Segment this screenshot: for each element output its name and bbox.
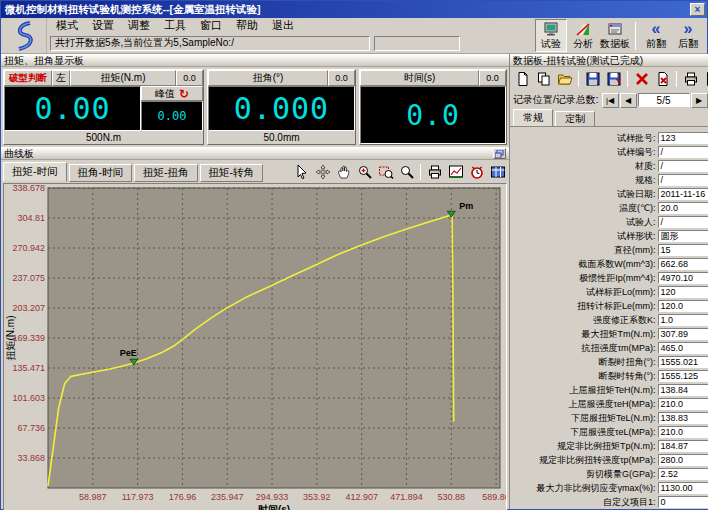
move-icon[interactable] bbox=[314, 164, 331, 181]
zoom-in-icon[interactable] bbox=[356, 164, 373, 181]
chart-settings-icon[interactable] bbox=[447, 164, 464, 181]
curve-panel-title: 曲线板 bbox=[4, 147, 493, 161]
field-input[interactable]: 123 bbox=[658, 132, 708, 144]
svg-text:PeE: PeE bbox=[120, 348, 137, 358]
data-tab-常规[interactable]: 常规 bbox=[513, 109, 553, 126]
timer-icon[interactable] bbox=[468, 164, 485, 181]
field-row: 试样编号:/ bbox=[510, 145, 708, 159]
curve-tab-扭矩-时间[interactable]: 扭矩-时间 bbox=[3, 162, 67, 182]
time-small-value: 0.0 bbox=[479, 70, 506, 86]
status-box-secondary bbox=[374, 36, 460, 51]
field-label: 极惯性距Ip(mm^4): bbox=[579, 272, 655, 285]
field-label: 温度(℃): bbox=[619, 202, 656, 215]
print-preview-icon[interactable] bbox=[703, 70, 708, 87]
svg-text:135.471: 135.471 bbox=[12, 363, 45, 373]
curve-tab-扭角-时间[interactable]: 扭角-时间 bbox=[69, 164, 133, 182]
data-table-icon[interactable] bbox=[489, 164, 506, 181]
direction-left-button[interactable]: 左 bbox=[52, 70, 70, 86]
open-folder-icon[interactable] bbox=[556, 70, 573, 87]
menu-item-模式[interactable]: 模式 bbox=[49, 18, 85, 33]
peak-reset-icon[interactable]: ↻ bbox=[179, 89, 189, 99]
field-input[interactable]: 圆形 bbox=[658, 230, 708, 242]
svg-text:304.81: 304.81 bbox=[17, 213, 45, 223]
field-input[interactable]: / bbox=[658, 160, 708, 172]
data-tab-定制[interactable]: 定制 bbox=[555, 111, 595, 126]
field-label: 扭转计标距Le(mm): bbox=[577, 300, 656, 313]
restore-panel-icon[interactable] bbox=[493, 148, 506, 159]
field-row: 自定义项目1:0 bbox=[510, 495, 708, 509]
data-panel: 数据板-扭转试验(测试已完成) × 记录位置/记录总数: |◀ ◀ 5/5 ▶ … bbox=[509, 54, 708, 509]
field-input[interactable]: 0 bbox=[658, 496, 708, 508]
svg-text:235.947: 235.947 bbox=[211, 492, 244, 502]
field-input[interactable]: 20.0 bbox=[658, 202, 708, 214]
field-input[interactable]: / bbox=[658, 216, 708, 228]
data-panel-title: 数据板-扭转试验(测试已完成) bbox=[513, 54, 708, 68]
menu-item-调整[interactable]: 调整 bbox=[121, 18, 157, 33]
menu-item-工具[interactable]: 工具 bbox=[157, 18, 193, 33]
field-input[interactable]: 120.0 bbox=[658, 300, 708, 312]
field-input[interactable]: 15 bbox=[658, 244, 708, 256]
torque-time-chart: 33.86867.736101.603135.471169.339203.207… bbox=[4, 184, 506, 510]
field-input[interactable]: 280.0 bbox=[658, 454, 708, 466]
prev-record-button[interactable]: ◀ bbox=[620, 93, 637, 108]
field-input[interactable]: 210.0 bbox=[658, 426, 708, 438]
field-input[interactable]: 1555.021 bbox=[658, 356, 708, 368]
field-input[interactable]: 4970.10 bbox=[658, 272, 708, 284]
content: 扭矩、扭角显示板 破型判断 左 扭矩(N.m) 0.0 0.00 峰值 bbox=[1, 54, 707, 509]
menu-item-帮助[interactable]: 帮助 bbox=[229, 18, 265, 33]
save-icon[interactable] bbox=[584, 70, 601, 87]
datapanel-icon bbox=[607, 20, 623, 37]
field-row: 上屈服强度τeH(MPa):210.0 bbox=[510, 397, 708, 411]
field-input[interactable]: 138.83 bbox=[658, 412, 708, 424]
printer-icon[interactable] bbox=[682, 70, 699, 87]
field-input[interactable]: 1.0 bbox=[658, 314, 708, 326]
field-input[interactable]: 2.52 bbox=[658, 468, 708, 480]
field-row: 材质:/ bbox=[510, 159, 708, 173]
new-file-icon[interactable] bbox=[514, 70, 531, 87]
svg-text:471.894: 471.894 bbox=[390, 492, 423, 502]
field-label: 上屈服强度τeH(MPa): bbox=[569, 398, 656, 411]
toolbar-button-分析[interactable]: 分析 bbox=[567, 19, 599, 52]
first-record-button[interactable]: |◀ bbox=[602, 93, 619, 108]
pan-hand-icon[interactable] bbox=[335, 164, 352, 181]
field-input[interactable]: 1555.125 bbox=[658, 370, 708, 382]
display-panel-title: 扭矩、扭角显示板 bbox=[4, 54, 506, 68]
zoom-out-icon[interactable] bbox=[398, 164, 415, 181]
break-judge-button[interactable]: 破型判断 bbox=[4, 70, 52, 86]
field-row: 最大扭矩Tm(N.m):307.89 bbox=[510, 327, 708, 341]
curve-tab-扭矩-转角[interactable]: 扭矩-转角 bbox=[200, 164, 264, 182]
toolbar-separator bbox=[635, 22, 636, 50]
toolbar-button-数据板[interactable]: 数据板 bbox=[599, 19, 631, 52]
select-cursor-icon[interactable] bbox=[293, 164, 310, 181]
field-input[interactable]: 184.87 bbox=[658, 440, 708, 452]
field-label: 试样标距Lo(mm): bbox=[586, 286, 656, 299]
field-label: 剪切模量G(GPa): bbox=[586, 468, 656, 481]
menu-item-退出[interactable]: 退出 bbox=[265, 18, 301, 33]
field-input[interactable]: 138.84 bbox=[658, 384, 708, 396]
toolbar-button-试验[interactable]: 试验 bbox=[535, 19, 567, 52]
save-as-icon[interactable] bbox=[605, 70, 622, 87]
field-input[interactable]: 210.0 bbox=[658, 398, 708, 410]
copy-icon[interactable] bbox=[535, 70, 552, 87]
field-input[interactable]: 1130.00 bbox=[658, 482, 708, 494]
field-input[interactable]: 662.68 bbox=[658, 258, 708, 270]
toolbar-button-后翻[interactable]: »后翻 bbox=[672, 19, 704, 52]
curve-tab-扭矩-扭角[interactable]: 扭矩-扭角 bbox=[134, 164, 198, 182]
print-icon[interactable] bbox=[426, 164, 443, 181]
record-position: 5/5 bbox=[638, 93, 690, 107]
field-input[interactable]: 120 bbox=[658, 286, 708, 298]
delete-file-icon[interactable] bbox=[654, 70, 671, 87]
field-input[interactable]: 465.0 bbox=[658, 342, 708, 354]
field-input[interactable]: / bbox=[658, 174, 708, 186]
toolbar-button-前翻[interactable]: «前翻 bbox=[640, 19, 672, 52]
delete-icon[interactable] bbox=[633, 70, 650, 87]
next-record-button[interactable]: ▶ bbox=[691, 93, 708, 108]
close-icon[interactable]: × bbox=[690, 3, 705, 16]
menu-item-窗口[interactable]: 窗口 bbox=[193, 18, 229, 33]
field-row: 试样标距Lo(mm):120 bbox=[510, 285, 708, 299]
field-input[interactable]: / bbox=[658, 146, 708, 158]
zoom-region-icon[interactable] bbox=[377, 164, 394, 181]
field-input[interactable]: 2011-11-16 bbox=[658, 188, 708, 200]
field-input[interactable]: 307.89 bbox=[658, 328, 708, 340]
menu-item-设置[interactable]: 设置 bbox=[85, 18, 121, 33]
